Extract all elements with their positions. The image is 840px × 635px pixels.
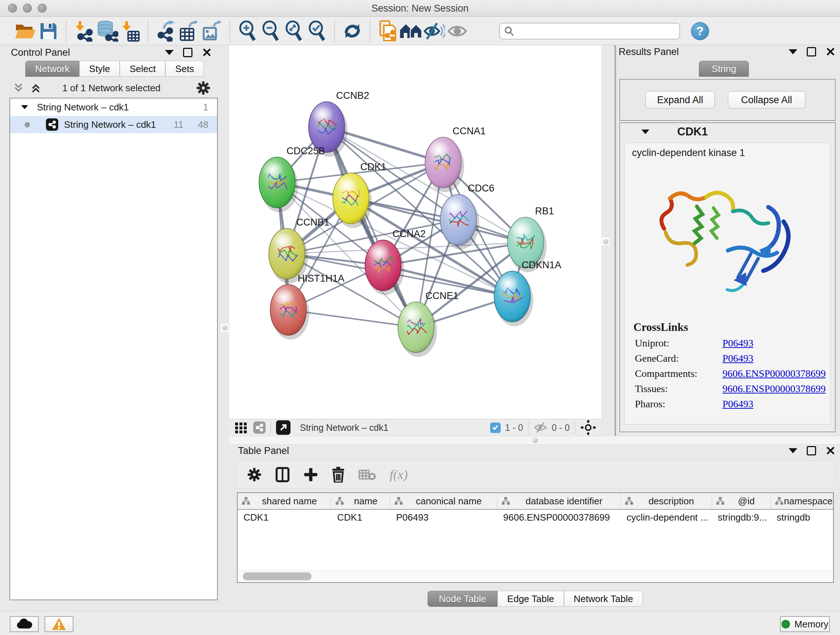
column-label: description xyxy=(634,496,712,507)
protein-structure-image xyxy=(643,164,813,316)
column-header-canonical-name[interactable]: canonical name xyxy=(390,493,497,509)
table-horizontal-scrollbar[interactable] xyxy=(238,570,832,581)
zoom-in-button[interactable] xyxy=(236,19,259,43)
crosslink-value-link[interactable]: 9606.ENSP00000378699 xyxy=(722,368,826,379)
close-panel-icon[interactable]: ✕ xyxy=(826,446,836,455)
export-table-button[interactable] xyxy=(177,19,201,43)
tab-network-table[interactable]: Network Table xyxy=(564,591,643,607)
pan-crosshair-icon[interactable] xyxy=(580,420,596,435)
apply-layout-button[interactable] xyxy=(341,19,364,43)
column-header-database-identifier[interactable]: database identifier xyxy=(497,493,621,509)
open-session-button[interactable] xyxy=(14,19,37,43)
memory-button[interactable]: Memory xyxy=(780,616,830,632)
column-header--id[interactable]: @id xyxy=(712,493,771,509)
horizontal-splitter[interactable] xyxy=(229,436,840,445)
table-panel: Table Panel ✕ xyxy=(229,445,840,611)
collapse-all-button[interactable]: Collapse All xyxy=(728,91,805,109)
network-view-type-icon[interactable] xyxy=(253,421,265,434)
grid-view-icon[interactable] xyxy=(234,421,248,434)
show-all-button[interactable] xyxy=(446,19,469,43)
float-panel-icon[interactable] xyxy=(807,47,816,57)
table-cell[interactable]: cyclin-dependent ... xyxy=(621,510,712,526)
show-columns-icon[interactable] xyxy=(275,467,290,483)
right-splitter-handle[interactable] xyxy=(602,237,609,246)
tab-node-table[interactable]: Node Table xyxy=(428,591,497,607)
tab-string[interactable]: String xyxy=(699,61,749,77)
first-neighbors-button[interactable] xyxy=(399,19,423,43)
hide-selected-button[interactable] xyxy=(423,19,446,43)
column-header-namespace[interactable]: namespace xyxy=(771,493,833,509)
node-HIST1H1A[interactable] xyxy=(270,285,309,340)
clone-network-button[interactable] xyxy=(376,19,399,43)
close-panel-icon[interactable]: ✕ xyxy=(826,47,836,57)
main-toolbar: ? xyxy=(0,17,840,45)
tree-expand-icon[interactable] xyxy=(21,105,28,109)
scrollbar-thumb[interactable] xyxy=(243,572,311,580)
column-header-name[interactable]: name xyxy=(332,493,390,509)
edge-CCNB2-CCNE1[interactable] xyxy=(327,127,416,327)
zoom-out-button[interactable] xyxy=(259,19,282,43)
collapse-panel-icon[interactable] xyxy=(789,49,797,54)
table-options-gear-icon[interactable] xyxy=(247,467,262,482)
import-network-file-button[interactable] xyxy=(73,19,95,43)
export-image-button[interactable] xyxy=(201,19,224,43)
add-column-plus-icon[interactable] xyxy=(303,467,318,482)
hidden-eye-slash-icon[interactable] xyxy=(534,422,548,433)
network-options-gear-icon[interactable] xyxy=(196,81,210,95)
network-row[interactable]: String Network – cdk1 11 48 xyxy=(10,116,217,133)
table-cell[interactable]: 9606.ENSP00000378699 xyxy=(497,510,621,526)
collapse-panel-icon[interactable] xyxy=(789,448,797,453)
close-panel-icon[interactable]: ✕ xyxy=(202,48,212,57)
network-canvas[interactable]: CCNB2CCNA1CDC25BCDK1CDC6RB1CCNB1CCNA2CDK… xyxy=(229,45,601,419)
gene-header-row[interactable]: CDK1 xyxy=(620,123,835,141)
export-network-button[interactable] xyxy=(154,19,177,43)
float-panel-icon[interactable] xyxy=(807,446,816,455)
table-cell[interactable]: P06493 xyxy=(390,510,497,526)
table-cell[interactable]: CDK1 xyxy=(332,510,390,526)
import-table-file-button[interactable] xyxy=(118,19,142,43)
network-graph[interactable]: CCNB2CCNA1CDC25BCDK1CDC6RB1CCNB1CCNA2CDK… xyxy=(229,45,601,419)
column-type-sitemap-icon xyxy=(501,496,510,506)
table-cell[interactable]: stringdb:9... xyxy=(712,510,771,526)
crosslink-value-link[interactable]: 9606.ENSP00000378699 xyxy=(722,383,826,394)
network-collection-row[interactable]: String Network – cdk1 1 xyxy=(10,98,217,116)
collapse-gene-icon[interactable] xyxy=(641,130,649,134)
expand-all-button[interactable]: Expand All xyxy=(645,91,715,109)
import-network-database-button[interactable] xyxy=(95,19,118,43)
save-session-button[interactable] xyxy=(37,19,60,43)
float-panel-icon[interactable] xyxy=(183,48,193,57)
zoom-selected-button[interactable] xyxy=(305,19,328,43)
column-header-shared-name[interactable]: shared name xyxy=(238,493,332,509)
function-builder-fx-icon[interactable]: f(x) xyxy=(390,467,408,482)
crosslink-value-link[interactable]: P06493 xyxy=(722,353,753,364)
crosslink-value-link[interactable]: P06493 xyxy=(722,337,753,349)
column-header-description[interactable]: description xyxy=(621,493,712,509)
tab-select[interactable]: Select xyxy=(120,61,165,77)
detach-view-button[interactable] xyxy=(276,420,291,435)
tab-sets[interactable]: Sets xyxy=(165,61,204,77)
left-splitter-handle[interactable] xyxy=(221,323,229,332)
cloud-status-button[interactable] xyxy=(10,616,39,632)
table-cell[interactable]: stringdb xyxy=(771,510,833,526)
tab-edge-table[interactable]: Edge Table xyxy=(497,591,564,607)
node-CDC6[interactable] xyxy=(440,195,479,249)
node-label-HIST1H1A: HIST1H1A xyxy=(298,273,344,284)
help-button[interactable]: ? xyxy=(691,22,709,40)
selected-count-checkbox[interactable] xyxy=(490,423,501,433)
node-CDKN1A[interactable] xyxy=(494,271,533,326)
delete-column-trash-icon[interactable] xyxy=(332,467,345,483)
node-CCNE1[interactable] xyxy=(398,302,437,357)
delete-table-icon[interactable] xyxy=(358,469,376,481)
gene-description: cyclin-dependent kinase 1 xyxy=(632,147,830,158)
zoom-fit-button[interactable] xyxy=(282,19,305,43)
tab-style[interactable]: Style xyxy=(79,61,120,77)
table-cell[interactable]: CDK1 xyxy=(238,510,332,526)
network-type-icon xyxy=(46,119,58,131)
warning-status-button[interactable] xyxy=(44,616,73,632)
table-row[interactable]: CDK1CDK1P064939606.ENSP00000378699cyclin… xyxy=(238,510,833,526)
tab-network[interactable]: Network xyxy=(25,61,79,77)
hidden-count: 0 - 0 xyxy=(552,423,570,433)
collapse-panel-icon[interactable] xyxy=(165,50,174,55)
search-input[interactable] xyxy=(518,26,674,36)
crosslink-value-link[interactable]: P06493 xyxy=(722,398,753,410)
